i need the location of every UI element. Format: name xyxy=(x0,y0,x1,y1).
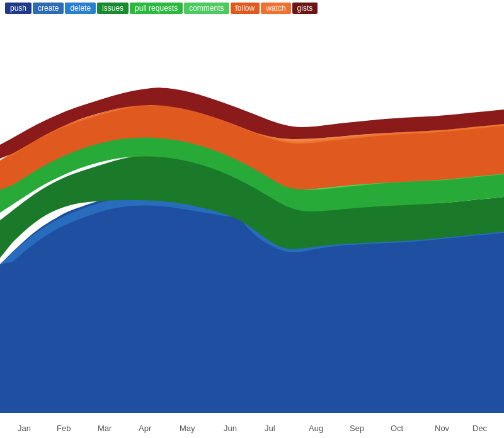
chart-legend xyxy=(0,0,10,5)
legend-item-watch: watch xyxy=(261,3,290,14)
legend-item-create: create xyxy=(33,3,64,14)
chart-container: pushcreatedeleteissuespull requestscomme… xyxy=(0,0,504,438)
legend: pushcreatedeleteissuespull requestscomme… xyxy=(0,0,323,16)
x-label-mar: Mar xyxy=(98,424,112,433)
x-label-oct: Oct xyxy=(391,424,403,433)
legend-item-gists: gists xyxy=(292,3,318,14)
x-label-may: May xyxy=(180,424,195,433)
x-label-dec: Dec xyxy=(472,424,487,433)
x-label-jul: Jul xyxy=(265,424,275,433)
legend-item-issues: issues xyxy=(97,3,129,14)
x-axis: JanFebMarAprMayJunJulAugSepOctNovDec xyxy=(0,413,504,438)
x-label-nov: Nov xyxy=(435,424,449,433)
legend-item-delete: delete xyxy=(65,3,96,14)
x-label-apr: Apr xyxy=(139,424,151,433)
legend-item-comments: comments xyxy=(184,3,229,14)
x-label-sep: Sep xyxy=(350,424,364,433)
x-label-jun: Jun xyxy=(224,424,237,433)
legend-item-follow: follow xyxy=(231,3,260,14)
area-chart xyxy=(0,25,504,413)
x-label-feb: Feb xyxy=(57,424,71,433)
x-label-aug: Aug xyxy=(309,424,323,433)
x-label-jan: Jan xyxy=(18,424,31,433)
legend-item-pull-requests: pull requests xyxy=(130,3,183,14)
